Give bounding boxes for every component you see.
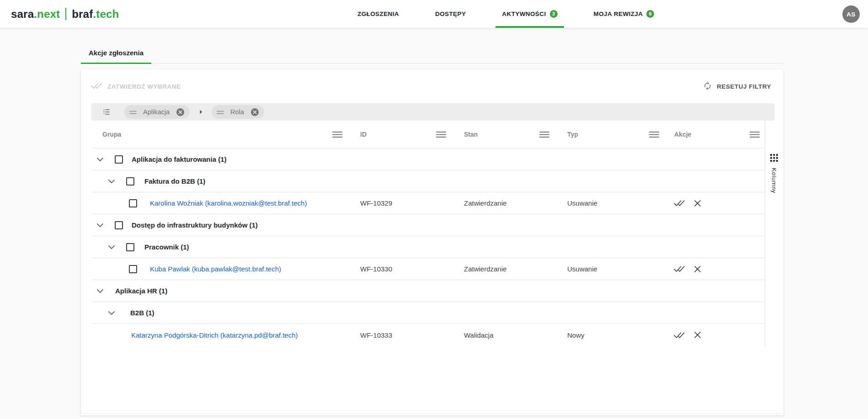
double-check-icon — [673, 265, 686, 273]
columns-panel-toggle[interactable]: Kolumny — [766, 154, 783, 193]
chip-label: Rola — [230, 108, 244, 116]
column-menu-icon[interactable] — [649, 131, 660, 138]
chevron-down-icon — [108, 245, 115, 249]
table-row: Kuba Pawlak (kuba.pawlak@test.braf.tech)… — [91, 258, 765, 280]
avatar[interactable]: AS — [842, 5, 860, 23]
close-icon — [694, 200, 701, 207]
nav-item-aktywnosci[interactable]: AKTYWNOŚCI 3 — [501, 0, 558, 28]
main-navigation: ZGŁOSZENIA DOSTĘPY AKTYWNOŚCI 3 MOJA REW… — [357, 0, 655, 28]
approve-selected-button[interactable]: ZATWIERDŹ WYBRANE — [91, 82, 181, 91]
column-header-id: ID — [360, 131, 367, 138]
columns-panel-label: Kolumny — [771, 168, 777, 193]
collapse-toggle[interactable] — [97, 158, 103, 161]
user-request-link[interactable]: Kuba Pawlak (kuba.pawlak@test.braf.tech) — [150, 265, 281, 273]
filter-chip-aplikacja[interactable]: Aplikacja — [124, 105, 190, 119]
chevron-down-icon — [108, 180, 115, 183]
cell-id: WF-10333 — [360, 331, 464, 339]
column-menu-icon[interactable] — [539, 131, 550, 138]
table-row: Aplikacja HR (1) — [91, 280, 765, 302]
cell-stan: Zatwierdzanie — [464, 265, 567, 273]
count-badge: 6 — [646, 10, 654, 18]
reset-filters-label: RESETUJ FILTRY — [717, 83, 771, 90]
tab-akcje-zgloszenia[interactable]: Akcje zgłoszenia — [81, 49, 151, 64]
page-content: Akcje zgłoszenia ZATWIERDŹ WYBRANE — [0, 28, 868, 415]
table-row: Pracownik (1) — [91, 236, 765, 258]
collapse-toggle[interactable] — [97, 289, 103, 293]
user-request-link[interactable]: Katarzyna Podgórska-Ditrich (katarzyna.p… — [131, 331, 298, 339]
collapse-toggle[interactable] — [97, 223, 103, 227]
nav-item-dostepy[interactable]: DOSTĘPY — [434, 0, 467, 28]
table-row: Faktura do B2B (1) — [91, 170, 765, 192]
group-label: Faktura do B2B (1) — [144, 177, 205, 185]
double-check-icon — [673, 331, 686, 339]
row-checkbox[interactable] — [129, 265, 137, 273]
cell-stan: Walidacja — [464, 331, 567, 339]
table-row: Karolina Woźniak (karolina.wozniak@test.… — [91, 192, 765, 214]
approve-selected-label: ZATWIERDŹ WYBRANE — [107, 83, 181, 90]
cell-typ: Usuwanie — [567, 199, 671, 207]
column-menu-icon[interactable] — [436, 131, 447, 138]
refresh-icon — [703, 81, 712, 92]
logo-company-suffix: .tech — [93, 8, 119, 21]
cell-id: WF-10329 — [360, 199, 464, 207]
reject-action-button[interactable] — [694, 200, 701, 207]
row-checkbox[interactable] — [115, 221, 123, 229]
chevron-down-icon — [108, 311, 115, 315]
logo-company-name: braf — [72, 8, 93, 21]
collapse-toggle[interactable] — [108, 180, 115, 183]
user-request-link[interactable]: Karolina Woźniak (karolina.wozniak@test.… — [150, 199, 307, 207]
column-header-stan: Stan — [464, 131, 478, 138]
nav-item-label: ZGŁOSZENIA — [357, 11, 399, 17]
logo-divider — [65, 8, 66, 20]
count-badge: 3 — [550, 10, 558, 18]
table-row: B2B (1) — [91, 302, 765, 324]
table-row: Katarzyna Podgórska-Ditrich (katarzyna.p… — [91, 324, 765, 346]
content-card: ZATWIERDŹ WYBRANE RESETUJ FILTRY — [81, 69, 783, 415]
group-label: Pracownik (1) — [144, 243, 189, 251]
reject-action-button[interactable] — [694, 266, 701, 272]
row-checkbox[interactable] — [129, 199, 137, 207]
app-logo: sara .next braf .tech — [11, 8, 119, 21]
chevron-down-icon — [97, 289, 103, 293]
activities-table: Grupa ID Stan — [91, 121, 765, 346]
remove-chip-button[interactable] — [176, 108, 185, 117]
remove-chip-button[interactable] — [250, 108, 259, 117]
nav-item-label: AKTYWNOŚCI — [502, 11, 546, 17]
reset-filters-button[interactable]: RESETUJ FILTRY — [703, 81, 771, 92]
row-checkbox[interactable] — [126, 177, 134, 186]
collapse-toggle[interactable] — [108, 245, 115, 249]
cell-id: WF-10330 — [360, 265, 464, 273]
collapse-toggle[interactable] — [108, 311, 115, 315]
table-row: Dostęp do infrastruktury budynków (1) — [91, 214, 765, 236]
close-icon — [694, 266, 701, 272]
paginator-border — [85, 414, 780, 415]
filter-chip-rola[interactable]: Rola — [212, 105, 264, 119]
row-checkbox[interactable] — [126, 243, 134, 251]
chevron-right-icon — [200, 110, 202, 114]
nav-item-label: MOJA REWIZJA — [594, 11, 643, 17]
row-checkbox[interactable] — [115, 155, 123, 164]
table-row: Aplikacja do fakturowania (1) — [91, 149, 765, 170]
chip-label: Aplikacja — [143, 108, 170, 116]
group-hierarchy-icon[interactable] — [102, 108, 111, 116]
approve-action-button[interactable] — [673, 331, 686, 339]
nav-item-label: DOSTĘPY — [435, 11, 466, 17]
group-label: B2B (1) — [130, 309, 154, 317]
nav-item-zgloszenia[interactable]: ZGŁOSZENIA — [357, 0, 400, 28]
column-menu-icon[interactable] — [749, 131, 760, 138]
nav-item-moja-rewizja[interactable]: MOJA REWIZJA 6 — [593, 0, 655, 28]
column-menu-icon[interactable] — [332, 131, 343, 138]
double-check-icon — [673, 199, 686, 207]
tab-bar: Akcje zgłoszenia — [81, 28, 783, 64]
chevron-down-icon — [97, 223, 103, 227]
column-header-typ: Typ — [567, 131, 578, 138]
reject-action-button[interactable] — [694, 332, 701, 338]
grid-icon — [770, 154, 778, 164]
logo-product-name: sara — [11, 8, 34, 21]
approve-action-button[interactable] — [673, 199, 686, 207]
close-icon — [694, 332, 701, 338]
approve-action-button[interactable] — [673, 265, 686, 273]
drag-handle-icon — [217, 108, 224, 116]
toolbar: ZATWIERDŹ WYBRANE RESETUJ FILTRY — [81, 69, 783, 103]
cell-stan: Zatwierdzanie — [464, 199, 567, 207]
